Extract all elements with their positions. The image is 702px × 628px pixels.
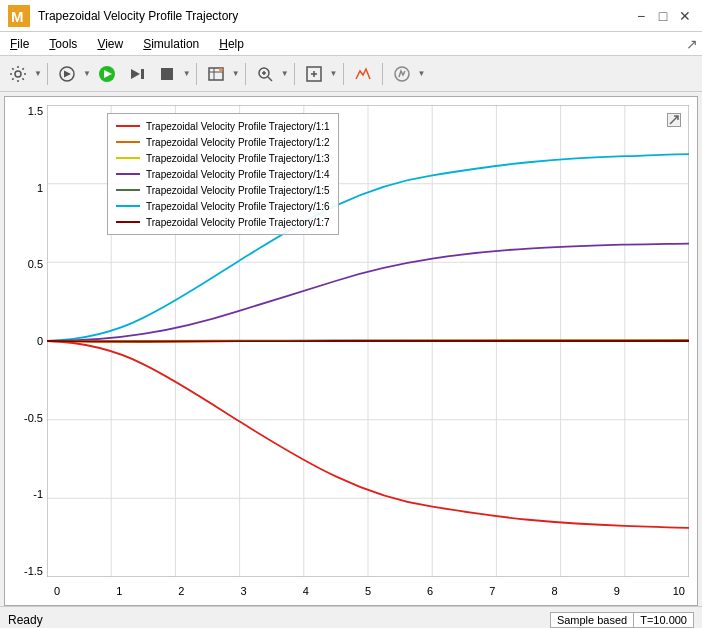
menu-file[interactable]: File [4, 35, 35, 53]
settings-dropdown-arrow[interactable]: ▼ [34, 69, 42, 78]
x-label-0: 0 [47, 585, 67, 597]
y-label-1: 1 [37, 182, 43, 194]
x-label-10: 10 [669, 585, 689, 597]
zoom-in-icon [256, 65, 274, 83]
help-arrow-icon[interactable]: ↗ [686, 36, 698, 52]
corner-icon [669, 115, 679, 125]
svg-rect-6 [161, 68, 173, 80]
separator-5 [343, 63, 344, 85]
library-button[interactable] [202, 60, 230, 88]
x-label-8: 8 [545, 585, 565, 597]
legend-label-2: Trapezoidal Velocity Profile Trajectory/… [146, 137, 330, 148]
fit-button[interactable] [300, 60, 328, 88]
minimize-button[interactable]: − [632, 7, 650, 25]
legend-label-4: Trapezoidal Velocity Profile Trajectory/… [146, 169, 330, 180]
run-icon [97, 64, 117, 84]
step-forward-button[interactable] [123, 60, 151, 88]
legend-color-2 [116, 141, 140, 143]
settings-button[interactable] [4, 60, 32, 88]
legend-label-5: Trapezoidal Velocity Profile Trajectory/… [146, 185, 330, 196]
legend-color-6 [116, 205, 140, 207]
legend-item-6: Trapezoidal Velocity Profile Trajectory/… [116, 198, 330, 214]
separator-6 [382, 63, 383, 85]
menu-tools[interactable]: Tools [43, 35, 83, 53]
legend-label-6: Trapezoidal Velocity Profile Trajectory/… [146, 201, 330, 212]
separator-2 [196, 63, 197, 85]
svg-point-2 [15, 71, 21, 77]
y-label--0.5: -0.5 [24, 412, 43, 424]
svg-line-12 [268, 77, 272, 81]
legend-item-5: Trapezoidal Velocity Profile Trajectory/… [116, 182, 330, 198]
legend: Trapezoidal Velocity Profile Trajectory/… [107, 113, 339, 235]
zoom-dropdown-arrow[interactable]: ▼ [281, 69, 289, 78]
legend-item-3: Trapezoidal Velocity Profile Trajectory/… [116, 150, 330, 166]
maximize-button[interactable]: □ [654, 7, 672, 25]
separator-3 [245, 63, 246, 85]
signal-icon [354, 65, 372, 83]
y-axis: 1.5 1 0.5 0 -0.5 -1 -1.5 [5, 105, 47, 577]
x-label-6: 6 [420, 585, 440, 597]
svg-text:M: M [11, 8, 24, 25]
x-label-4: 4 [296, 585, 316, 597]
x-label-5: 5 [358, 585, 378, 597]
y-label-0.5: 0.5 [28, 258, 43, 270]
stop-icon [158, 65, 176, 83]
legend-label-7: Trapezoidal Velocity Profile Trajectory/… [146, 217, 330, 228]
library-icon [207, 65, 225, 83]
x-label-3: 3 [234, 585, 254, 597]
stop-button[interactable] [153, 60, 181, 88]
separator-1 [47, 63, 48, 85]
x-label-7: 7 [482, 585, 502, 597]
annotate-button[interactable] [388, 60, 416, 88]
library-dropdown-arrow[interactable]: ▼ [232, 69, 240, 78]
legend-item-7: Trapezoidal Velocity Profile Trajectory/… [116, 214, 330, 230]
gear-icon [9, 65, 27, 83]
plot-container: 1.5 1 0.5 0 -0.5 -1 -1.5 0 1 2 3 4 5 6 7… [4, 96, 698, 606]
y-label-1.5: 1.5 [28, 105, 43, 117]
run-button[interactable] [93, 60, 121, 88]
curve-7 [47, 341, 689, 342]
annotate-dropdown-arrow[interactable]: ▼ [418, 69, 426, 78]
close-button[interactable]: ✕ [676, 7, 694, 25]
x-label-1: 1 [109, 585, 129, 597]
fit-dropdown-arrow[interactable]: ▼ [330, 69, 338, 78]
annotate-icon [393, 65, 411, 83]
legend-item-1: Trapezoidal Velocity Profile Trajectory/… [116, 118, 330, 134]
status-right: Sample based T=10.000 [550, 612, 694, 628]
legend-color-4 [116, 173, 140, 175]
corner-indicator[interactable] [667, 113, 681, 127]
update-icon [58, 65, 76, 83]
x-label-9: 9 [607, 585, 627, 597]
update-diagram-button[interactable] [53, 60, 81, 88]
title-bar: M Trapezoidal Velocity Profile Trajector… [0, 0, 702, 32]
legend-label-3: Trapezoidal Velocity Profile Trajectory/… [146, 153, 330, 164]
menu-view[interactable]: View [91, 35, 129, 53]
y-label-0: 0 [37, 335, 43, 347]
legend-color-3 [116, 157, 140, 159]
toolbar: ▼ ▼ ▼ ▼ [0, 56, 702, 92]
menu-bar: File Tools View Simulation Help ↗ [0, 32, 702, 56]
legend-color-7 [116, 221, 140, 223]
y-label--1.5: -1.5 [24, 565, 43, 577]
status-time-label: T=10.000 [634, 612, 694, 628]
legend-item-2: Trapezoidal Velocity Profile Trajectory/… [116, 134, 330, 150]
legend-color-1 [116, 125, 140, 127]
menu-simulation[interactable]: Simulation [137, 35, 205, 53]
separator-4 [294, 63, 295, 85]
x-axis: 0 1 2 3 4 5 6 7 8 9 10 [47, 581, 689, 601]
status-bar: Ready Sample based T=10.000 [0, 606, 702, 628]
plot-area: Trapezoidal Velocity Profile Trajectory/… [47, 105, 689, 577]
step-forward-icon [128, 65, 146, 83]
y-label--1: -1 [33, 488, 43, 500]
sim-dropdown-arrow[interactable]: ▼ [183, 69, 191, 78]
legend-item-4: Trapezoidal Velocity Profile Trajectory/… [116, 166, 330, 182]
zoom-in-button[interactable] [251, 60, 279, 88]
fit-icon [305, 65, 323, 83]
x-label-2: 2 [171, 585, 191, 597]
update-dropdown-arrow[interactable]: ▼ [83, 69, 91, 78]
signal-button[interactable] [349, 60, 377, 88]
window-title: Trapezoidal Velocity Profile Trajectory [38, 9, 238, 23]
app-logo: M [8, 5, 30, 27]
menu-help[interactable]: Help [213, 35, 250, 53]
status-sample-label: Sample based [550, 612, 634, 628]
